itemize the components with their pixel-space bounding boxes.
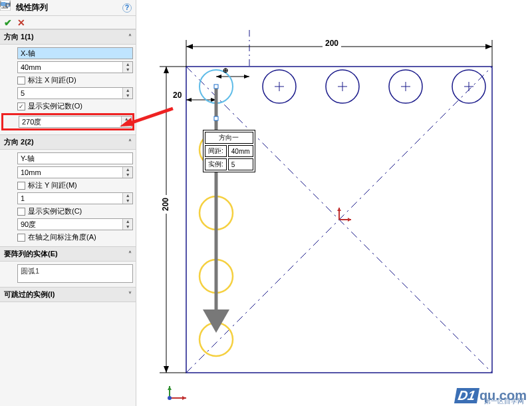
svg-rect-18 bbox=[1, 2, 5, 6]
angle2-icon bbox=[3, 219, 15, 230]
action-row: ✔ ✕ bbox=[0, 16, 136, 29]
section-dir1-title: 方向 1(1) bbox=[4, 32, 34, 42]
red-arrow-annotation bbox=[116, 103, 176, 130]
section-entities-title: 要阵列的实体(E) bbox=[4, 249, 58, 259]
dim-200-v: 200 bbox=[161, 195, 170, 214]
dir1-angle-input[interactable] bbox=[19, 118, 121, 126]
panel-title: 线性阵列 bbox=[16, 2, 122, 13]
property-panel: 线性阵列 ? ✔ ✕ 方向 1(1) ˄ ▲▼ bbox=[0, 0, 136, 406]
dir1-count-input[interactable] bbox=[18, 89, 122, 97]
entities-list[interactable]: 圆弧1 bbox=[17, 264, 133, 283]
dir2-spacing-field[interactable]: ▲▼ bbox=[17, 166, 133, 178]
dim-200-h: 200 bbox=[323, 39, 341, 48]
callout-spacing-label: 间距: bbox=[205, 145, 227, 157]
svg-rect-50 bbox=[214, 116, 218, 120]
dir1-spacing-spinner[interactable]: ▲▼ bbox=[122, 62, 132, 73]
dir2-angle-input[interactable] bbox=[18, 220, 122, 228]
watermark-sub: 第一区自学网 bbox=[484, 397, 524, 406]
section-dir2-head[interactable]: 方向 2(2) ˄ bbox=[0, 134, 136, 150]
dir1-dimx-checkbox[interactable] bbox=[17, 77, 25, 85]
spacing2-icon bbox=[3, 167, 15, 178]
callout-count-label: 实例: bbox=[205, 158, 227, 170]
dir2-axis-input[interactable] bbox=[18, 154, 132, 162]
section-skip-head[interactable]: 可跳过的实例(I) ˅ bbox=[0, 287, 136, 302]
svg-line-56 bbox=[126, 108, 173, 124]
dir2-dimy-label: 标注 Y 间距(M) bbox=[28, 180, 77, 190]
help-icon[interactable]: ? bbox=[122, 3, 132, 13]
dim-20: 20 bbox=[173, 91, 182, 100]
dir1-showcount-label: 显示实例记数(O) bbox=[28, 101, 82, 111]
reverse-dir2-icon[interactable] bbox=[3, 153, 15, 164]
ok-button[interactable]: ✔ bbox=[4, 17, 12, 28]
dir2-angle-field[interactable]: ▲▼ bbox=[17, 218, 133, 230]
spacing-icon bbox=[3, 62, 15, 73]
chevron-up-icon: ˄ bbox=[128, 138, 132, 146]
section-entities-body: 圆弧1 bbox=[0, 262, 136, 287]
sketch-canvas[interactable]: 200 200 20 ⊕ 方向一 间距:40mm 实例:5 D1qu.com 第… bbox=[136, 0, 532, 406]
count2-icon: # bbox=[3, 193, 15, 204]
dir2-showcount-checkbox[interactable] bbox=[17, 208, 25, 216]
watermark-logo: D1 bbox=[454, 388, 479, 403]
angle-icon bbox=[4, 116, 16, 127]
dir1-axis-input[interactable] bbox=[18, 49, 132, 57]
section-dir2-body: ▲▼ 标注 Y 间距(M) # ▲▼ 显示实例记数(C) bbox=[0, 150, 136, 246]
dir1-axis-field[interactable] bbox=[17, 47, 133, 59]
dir1-spacing-field[interactable]: ▲▼ bbox=[17, 61, 133, 73]
chevron-up-icon: ˄ bbox=[128, 33, 132, 41]
reverse-dir1-icon[interactable] bbox=[3, 48, 15, 59]
dir2-between-label: 在轴之间标注角度(A) bbox=[28, 232, 96, 242]
section-entities-head[interactable]: 要阵列的实体(E) ˄ bbox=[0, 246, 136, 262]
dir2-showcount-label: 显示实例记数(C) bbox=[28, 206, 82, 216]
cancel-button[interactable]: ✕ bbox=[17, 17, 25, 28]
section-skip-title: 可跳过的实例(I) bbox=[4, 290, 55, 300]
callout-spacing-value[interactable]: 40mm bbox=[228, 145, 253, 157]
dir2-count-field[interactable]: ▲▼ bbox=[17, 192, 133, 204]
entity-icon bbox=[3, 268, 15, 279]
dir2-between-checkbox[interactable] bbox=[17, 234, 25, 242]
direction-callout[interactable]: 方向一 间距:40mm 实例:5 bbox=[203, 130, 255, 172]
section-dir1-body: ▲▼ 标注 X 间距(D) # ▲▼ ✓ 显示实例记数(O) bbox=[0, 45, 136, 134]
svg-point-53 bbox=[168, 396, 172, 400]
dir2-spacing-input[interactable] bbox=[18, 168, 122, 176]
dir1-spacing-input[interactable] bbox=[18, 63, 122, 71]
dir2-count-input[interactable] bbox=[18, 194, 122, 202]
dir1-angle-field[interactable]: ▲▼ bbox=[19, 116, 132, 128]
svg-rect-49 bbox=[214, 85, 218, 89]
callout-title: 方向一 bbox=[205, 132, 253, 144]
panel-header: 线性阵列 ? bbox=[0, 0, 136, 16]
dir2-spacing-spinner[interactable]: ▲▼ bbox=[122, 167, 132, 178]
dir1-count-spinner[interactable]: ▲▼ bbox=[122, 88, 132, 99]
dir1-showcount-checkbox[interactable]: ✓ bbox=[17, 102, 25, 110]
dir2-dimy-checkbox[interactable] bbox=[17, 182, 25, 190]
dir1-count-field[interactable]: ▲▼ bbox=[17, 87, 133, 99]
chevron-down-icon: ˅ bbox=[128, 291, 132, 298]
dir2-count-spinner[interactable]: ▲▼ bbox=[122, 193, 132, 204]
count-icon: # bbox=[3, 88, 15, 99]
section-dir2-title: 方向 2(2) bbox=[4, 137, 34, 147]
section-dir1-head[interactable]: 方向 1(1) ˄ bbox=[0, 29, 136, 45]
callout-count-value[interactable]: 5 bbox=[228, 158, 253, 170]
dir1-dimx-label: 标注 X 间距(D) bbox=[28, 75, 76, 85]
sketch-svg bbox=[136, 0, 532, 406]
chevron-up-icon: ˄ bbox=[128, 250, 132, 258]
dir2-axis-field[interactable] bbox=[17, 152, 133, 164]
dir1-angle-highlight: ▲▼ bbox=[1, 113, 134, 130]
entity-item[interactable]: 圆弧1 bbox=[21, 267, 39, 275]
dir2-angle-spinner[interactable]: ▲▼ bbox=[122, 219, 132, 230]
